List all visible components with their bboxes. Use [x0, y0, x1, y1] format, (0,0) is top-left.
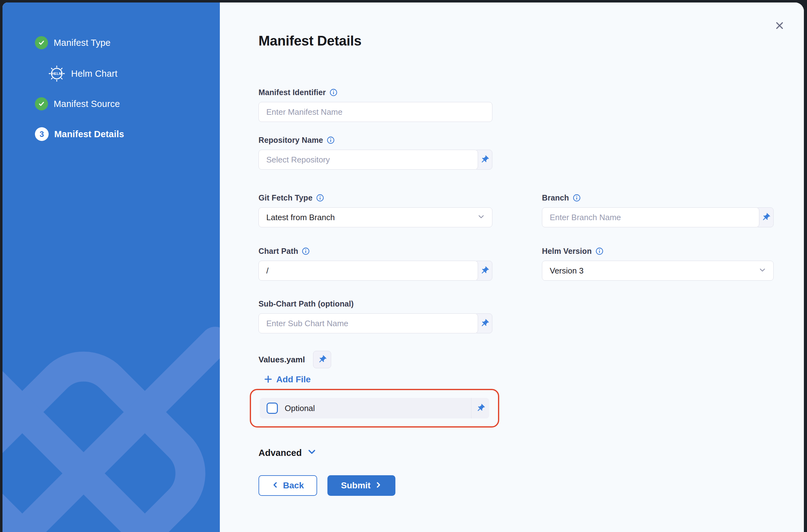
check-circle-icon: [35, 97, 48, 110]
info-icon[interactable]: [302, 247, 310, 255]
helm-icon: HELM: [49, 65, 65, 82]
pin-icon[interactable]: [313, 351, 331, 368]
branch-input[interactable]: [542, 207, 759, 227]
manifest-identifier-field: Manifest Identifier: [258, 88, 492, 122]
values-yaml-row: Values.yaml: [258, 351, 804, 368]
wizard-steps-sidebar: Manifest Type: [2, 2, 220, 532]
optional-checkbox-label: Optional: [285, 403, 315, 413]
git-fetch-type-label: Git Fetch Type: [258, 193, 312, 203]
sub-chart-path-field: Sub-Chart Path (optional): [258, 299, 492, 334]
highlight-box: Optional: [250, 389, 499, 428]
manifest-wizard-dialog: Manifest Type: [2, 2, 804, 532]
submit-button-label: Submit: [341, 480, 371, 491]
helm-version-field: Helm Version Version 3: [542, 247, 774, 281]
values-yaml-label: Values.yaml: [258, 355, 305, 364]
back-button[interactable]: Back: [258, 475, 317, 496]
info-icon[interactable]: [316, 194, 324, 202]
branch-label: Branch: [542, 193, 569, 203]
step-helm-chart[interactable]: HELM Helm Chart: [49, 65, 220, 82]
chart-path-field: Chart Path: [258, 247, 492, 281]
manifest-details-panel: Manifest Details Manifest Identifier Rep…: [220, 2, 804, 532]
step-manifest-source[interactable]: Manifest Source: [35, 97, 220, 110]
chart-path-label: Chart Path: [258, 247, 298, 256]
back-button-label: Back: [283, 480, 304, 491]
chevron-left-icon: [272, 480, 279, 491]
manifest-identifier-label: Manifest Identifier: [258, 88, 326, 97]
git-fetch-type-select[interactable]: Latest from Branch: [258, 207, 492, 227]
step-label: Helm Chart: [71, 69, 118, 79]
pin-icon[interactable]: [471, 398, 489, 418]
repository-name-label: Repository Name: [258, 136, 323, 145]
info-icon[interactable]: [330, 89, 338, 96]
step-number-badge: 3: [35, 127, 49, 141]
plus-icon: [264, 375, 272, 384]
info-icon[interactable]: [573, 194, 581, 202]
svg-text:HELM: HELM: [52, 72, 62, 75]
branch-field: Branch: [542, 193, 774, 227]
close-icon[interactable]: [773, 19, 786, 33]
helm-version-value: Version 3: [550, 266, 583, 276]
add-file-label: Add File: [276, 375, 311, 384]
step-label: Manifest Details: [54, 129, 124, 139]
manifest-identifier-input[interactable]: [258, 102, 492, 122]
step-label: Manifest Source: [54, 99, 120, 109]
chevron-down-icon: [759, 266, 766, 276]
optional-field: Optional: [260, 398, 489, 418]
helm-version-label: Helm Version: [542, 247, 592, 256]
step-manifest-details[interactable]: 3 Manifest Details: [35, 127, 220, 141]
add-file-button[interactable]: Add File: [264, 375, 311, 384]
sub-chart-path-input[interactable]: [258, 314, 478, 334]
sub-chart-path-label: Sub-Chart Path (optional): [258, 299, 353, 308]
step-manifest-type[interactable]: Manifest Type: [35, 36, 220, 49]
harness-logo-watermark: [2, 284, 220, 532]
info-icon[interactable]: [596, 247, 603, 255]
submit-button[interactable]: Submit: [327, 475, 396, 496]
chevron-down-icon: [307, 448, 316, 458]
chevron-down-icon: [478, 213, 485, 222]
info-icon[interactable]: [327, 136, 334, 144]
advanced-label: Advanced: [258, 448, 302, 458]
chart-path-input[interactable]: [258, 261, 478, 281]
git-fetch-type-value: Latest from Branch: [266, 213, 335, 222]
helm-version-select[interactable]: Version 3: [542, 261, 774, 281]
repository-name-input[interactable]: [258, 150, 478, 170]
advanced-toggle[interactable]: Advanced: [258, 448, 322, 458]
check-circle-icon: [35, 36, 48, 49]
chevron-right-icon: [375, 480, 382, 491]
step-label: Manifest Type: [54, 38, 111, 48]
wizard-steps: Manifest Type: [2, 2, 220, 141]
page-title: Manifest Details: [258, 33, 804, 49]
git-fetch-type-field: Git Fetch Type Latest from Branch: [258, 193, 492, 227]
optional-checkbox[interactable]: [267, 403, 278, 414]
repository-name-field: Repository Name: [258, 136, 492, 170]
